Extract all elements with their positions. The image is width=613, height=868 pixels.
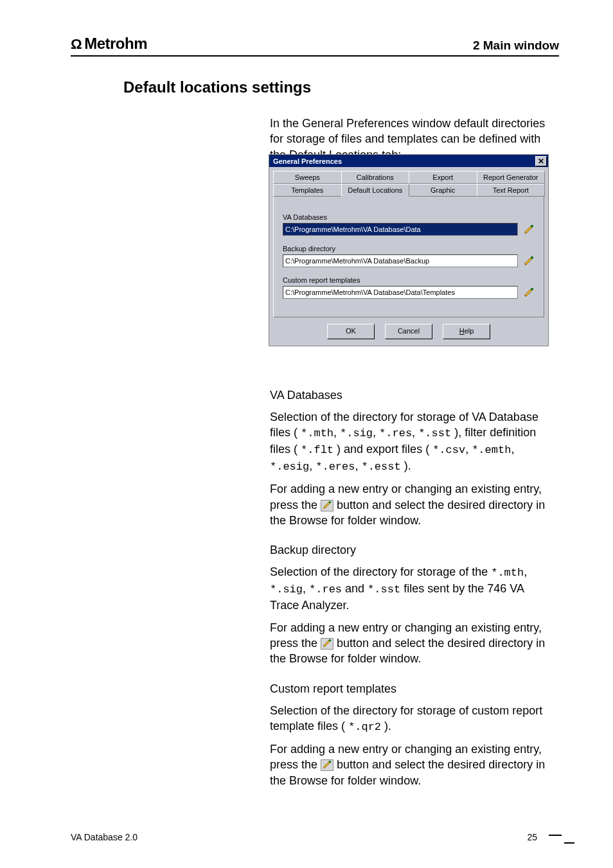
dialog-button-row: OK Cancel Help [269,317,548,346]
t: , [303,582,309,595]
pencil-icon [321,638,333,650]
t: ). [384,720,391,732]
page: Ω Metrohm 2 Main window Default location… [0,0,613,868]
ext: *.mth [491,567,524,579]
section-title: Default locations settings [123,78,559,96]
ext: *.esig [270,461,309,473]
custom-templates-field[interactable]: C:\Programme\Metrohm\VA Database\Data\Te… [283,286,518,299]
ext: *.csv [432,444,465,456]
brand-logo: Ω Metrohm [71,35,147,53]
breadcrumb: 2 Main window [473,39,559,53]
backup-directory-row: C:\Programme\Metrohm\VA Database\Backup [283,254,535,267]
t: , [355,459,361,472]
desc-va-body2: For adding a new entry or changing an ex… [270,481,551,528]
t: window. [380,514,421,527]
tab-graphic[interactable]: Graphic [409,184,477,197]
custom-templates-row: C:\Programme\Metrohm\VA Database\Data\Te… [283,286,535,299]
footer-rule [549,835,562,836]
ext: *.flt [301,444,333,456]
custom-templates-browse-button[interactable] [523,287,535,298]
page-number: 25 [527,832,537,842]
tab-text-report[interactable]: Text Report [477,184,546,197]
tabs-container: Sweeps Calibrations Export Report Genera… [269,167,548,317]
svg-marker-4 [525,289,532,296]
cancel-button[interactable]: Cancel [385,324,432,339]
t: window. [380,774,421,787]
t: window. [380,652,421,665]
help-rest: elp [465,327,474,335]
ext: *.esst [361,461,400,473]
footer-rule [564,842,574,844]
help-button[interactable]: Help [443,324,490,339]
ext: *.res [309,583,342,596]
desc-va-body: Selection of the directory for storage o… [270,409,551,475]
va-databases-row: C:\Programme\Metrohm\VA Database\Data [283,223,535,236]
desc-va-databases: VA Databases Selection of the directory … [270,387,551,528]
backup-directory-field[interactable]: C:\Programme\Metrohm\VA Database\Backup [283,254,518,267]
descriptions: VA Databases Selection of the directory … [270,387,551,788]
va-databases-browse-button[interactable] [523,224,535,235]
dialog-titlebar: General Preferences ✕ [269,155,548,167]
backup-directory-browse-button[interactable] [523,255,535,267]
va-databases-value: C:\Programme\Metrohm\VA Database\Data [285,226,421,233]
pencil-icon [524,224,534,235]
desc-va-title: VA Databases [270,387,551,403]
ext: *.sig [340,427,373,439]
t: Selection of the directory for storage o… [270,565,491,578]
desc-backup-body: Selection of the directory for storage o… [270,564,551,613]
dialog-title: General Preferences [273,157,342,165]
t: and [345,582,368,595]
pencil-icon [321,759,333,771]
help-accel: H [459,327,465,335]
svg-marker-6 [324,502,330,508]
desc-custom-body: Selection of the directory for storage o… [270,703,551,735]
t: Browse for folder [289,652,377,665]
ext: *.mth [301,427,333,439]
tabs-row-1: Sweeps Calibrations Export Report Genera… [273,171,544,184]
tab-calibrations[interactable]: Calibrations [341,171,410,184]
pencil-icon [321,500,333,511]
pencil-icon [524,256,534,266]
t: ) and export files ( [337,443,429,456]
desc-custom-title: Custom report templates [270,681,551,696]
desc-custom-title-text: Custom report templates [270,682,396,695]
t: ). [404,459,411,472]
tab-report-generator[interactable]: Report Generator [477,171,546,184]
ext: *.res [379,427,412,439]
tab-sweeps[interactable]: Sweeps [273,171,342,184]
t: , [511,443,514,456]
desc-custom-templates: Custom report templates Selection of the… [270,681,551,788]
ext: *.sig [270,583,303,596]
svg-marker-8 [324,641,330,647]
close-icon: ✕ [538,157,544,165]
tab-export[interactable]: Export [409,171,477,184]
custom-templates-value: C:\Programme\Metrohm\VA Database\Data\Te… [285,288,455,296]
intro-text-a: In the [270,117,302,130]
va-databases-field[interactable]: C:\Programme\Metrohm\VA Database\Data [283,223,518,236]
desc-backup-title: Backup directory [270,542,551,558]
general-preferences-dialog: General Preferences ✕ Sweeps Calibration… [269,155,548,346]
svg-marker-2 [525,258,532,265]
t: , [412,426,418,439]
tab-page-default-locations: VA Databases C:\Programme\Metrohm\VA Dat… [273,196,544,317]
backup-directory-label: Backup directory [283,245,535,252]
footer-product: VA Database 2.0 [71,832,138,842]
custom-templates-label: Custom report templates [283,276,535,284]
tab-templates[interactable]: Templates [273,184,342,197]
t: , [373,426,379,439]
ok-button[interactable]: OK [327,324,375,339]
ext: *.qr2 [348,721,381,733]
t: , [309,459,315,472]
ext: *.sst [418,427,451,439]
t: , [465,443,472,456]
svg-marker-10 [324,762,330,768]
desc-backup-directory: Backup directory Selection of the direct… [270,542,551,666]
close-button[interactable]: ✕ [535,156,547,166]
breadcrumb-section: Main window [483,39,559,52]
ohm-icon: Ω [71,37,82,51]
desc-custom-body2: For adding a new entry or changing an ex… [270,741,551,788]
tab-default-locations[interactable]: Default Locations [341,184,410,197]
t: Browse for folder [289,514,377,527]
ext: *.emth [472,444,511,456]
t: Selection of the directory for storage o… [270,704,542,732]
